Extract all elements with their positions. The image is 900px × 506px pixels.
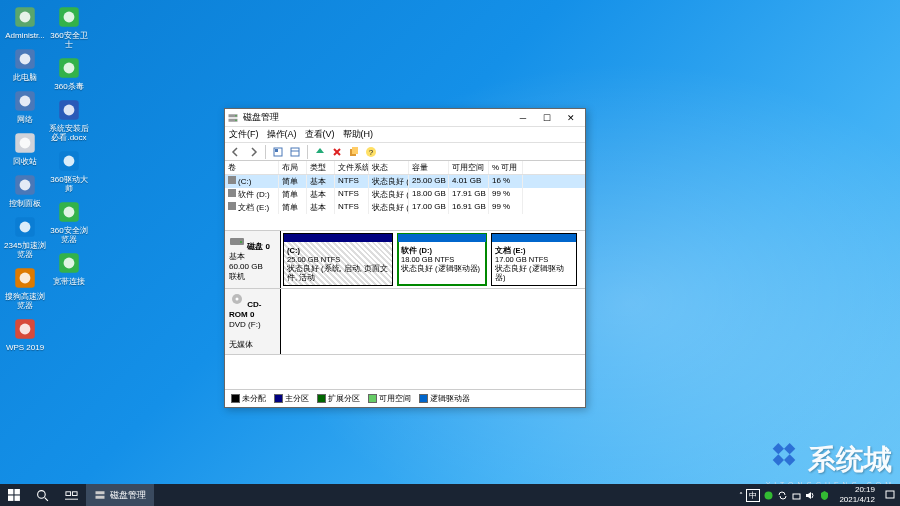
partition[interactable]: 软件 (D:)18.00 GB NTFS状态良好 (逻辑驱动器) [397, 233, 487, 286]
titlebar[interactable]: 磁盘管理 ─ ☐ ✕ [225, 109, 585, 127]
control-panel-icon [12, 172, 38, 198]
desktop-icon-this-pc[interactable]: 此电脑 [4, 44, 46, 84]
search-button[interactable] [28, 484, 57, 506]
desktop-icon-network[interactable]: 网络 [4, 86, 46, 126]
desktop-icon-360-browser[interactable]: 360安全浏览器 [48, 197, 90, 246]
taskbar-app-diskmgmt[interactable]: 磁盘管理 [86, 484, 154, 506]
svg-point-17 [64, 12, 75, 23]
column-header[interactable]: 文件系统 [335, 161, 369, 174]
cdrom-row[interactable]: CD-ROM 0 DVD (F:) 无媒体 [225, 289, 585, 355]
desktop-icon-administrator[interactable]: Administr... [4, 2, 46, 42]
volume-list-header[interactable]: 卷布局类型文件系统状态容量可用空间% 可用 [225, 161, 585, 175]
svg-rect-34 [291, 148, 299, 156]
volume-list[interactable]: 卷布局类型文件系统状态容量可用空间% 可用 (C:)简单基本NTFS状态良好 (… [225, 161, 585, 231]
desktop-icon-label: 宽带连接 [53, 277, 85, 286]
legend-item: 主分区 [274, 393, 309, 404]
disk-0-row[interactable]: 磁盘 0 基本 60.00 GB 联机 (C:)25.00 GB NTFS状态良… [225, 231, 585, 289]
notification-button[interactable] [884, 489, 896, 501]
desktop-icon-sogou-browser[interactable]: 搜狗高速浏览器 [4, 263, 46, 312]
partition[interactable]: (C:)25.00 GB NTFS状态良好 (系统, 启动, 页面文件, 活动 [283, 233, 393, 286]
desktop-icon-recycle-bin[interactable]: 回收站 [4, 128, 46, 168]
desktop-icon-2345-browser[interactable]: 2345加速浏览器 [4, 212, 46, 261]
column-header[interactable]: 类型 [307, 161, 335, 174]
menu-item[interactable]: 查看(V) [305, 128, 335, 141]
desktop-icon-control-panel[interactable]: 控制面板 [4, 170, 46, 210]
maximize-button[interactable]: ☐ [535, 110, 559, 126]
column-header[interactable]: 卷 [225, 161, 279, 174]
legend-item: 扩展分区 [317, 393, 360, 404]
tray-360-icon[interactable] [763, 490, 774, 501]
svg-point-3 [20, 54, 31, 65]
cell: 16 % [489, 175, 523, 188]
view-icon[interactable] [288, 145, 302, 159]
forward-button[interactable] [246, 145, 260, 159]
svg-text:?: ? [369, 148, 374, 157]
svg-point-15 [20, 324, 31, 335]
svg-rect-49 [8, 489, 13, 494]
close-button[interactable]: ✕ [559, 110, 583, 126]
svg-rect-51 [8, 495, 13, 500]
sogou-browser-icon [12, 265, 38, 291]
cell: 状态良好 (... [369, 201, 409, 214]
column-header[interactable]: 布局 [279, 161, 307, 174]
column-header[interactable]: 状态 [369, 161, 409, 174]
desktop-icon-doc-install[interactable]: 系统安装后必看.docx [48, 95, 90, 144]
desktop-icon-label: WPS 2019 [6, 343, 44, 352]
eject-icon[interactable] [313, 145, 327, 159]
watermark: 系统城 X I T O N G C H E N G . C O M [764, 440, 892, 480]
start-button[interactable] [0, 484, 28, 506]
cell: 简单 [279, 201, 307, 214]
volume-row[interactable]: 软件 (D:)简单基本NTFS状态良好 (...18.00 GB17.91 GB… [225, 188, 585, 201]
delete-icon[interactable] [330, 145, 344, 159]
disk-0-label[interactable]: 磁盘 0 基本 60.00 GB 联机 [225, 231, 281, 288]
disk-map[interactable]: 磁盘 0 基本 60.00 GB 联机 (C:)25.00 GB NTFS状态良… [225, 231, 585, 389]
svg-point-44 [236, 298, 239, 301]
svg-point-53 [38, 490, 46, 498]
menu-item[interactable]: 文件(F) [229, 128, 259, 141]
task-view-button[interactable] [57, 484, 86, 506]
desktop-icon-360-driver[interactable]: 360驱动大师 [48, 146, 90, 195]
column-header[interactable]: % 可用 [489, 161, 523, 174]
taskbar: 磁盘管理 ˄ 中 20:19 2021/4/12 [0, 484, 900, 506]
desktop-icon-label: 系统安装后必看.docx [48, 124, 90, 142]
cell: 99 % [489, 201, 523, 214]
disk-icon [229, 235, 245, 247]
help-icon[interactable]: ? [364, 145, 378, 159]
task-view-icon [65, 489, 78, 502]
360-browser-icon [56, 199, 82, 225]
desktop-icon-wps-2019[interactable]: WPS 2019 [4, 314, 46, 354]
menu-item[interactable]: 操作(A) [267, 128, 297, 141]
volume-icon[interactable] [805, 490, 816, 501]
desktop-icon-360-anti[interactable]: 360杀毒 [48, 53, 90, 93]
desktop-icon-label: 360安全浏览器 [48, 226, 90, 244]
ime-indicator[interactable]: 中 [746, 489, 760, 502]
cdrom-label[interactable]: CD-ROM 0 DVD (F:) 无媒体 [225, 289, 281, 354]
security-icon[interactable] [819, 490, 830, 501]
desktop-icon-broadband[interactable]: 宽带连接 [48, 248, 90, 288]
minimize-button[interactable]: ─ [511, 110, 535, 126]
cell: 17.00 GB [409, 201, 449, 214]
column-header[interactable]: 容量 [409, 161, 449, 174]
volume-row[interactable]: (C:)简单基本NTFS状态良好 (...25.00 GB4.01 GB16 % [225, 175, 585, 188]
cdrom-icon [229, 293, 245, 305]
properties-icon[interactable] [347, 145, 361, 159]
column-header[interactable]: 可用空间 [449, 161, 489, 174]
cell: 17.91 GB [449, 188, 489, 201]
tray-chevron-icon[interactable]: ˄ [739, 491, 743, 500]
volume-row[interactable]: 文档 (E:)简单基本NTFS状态良好 (...17.00 GB16.91 GB… [225, 201, 585, 214]
refresh-icon[interactable] [271, 145, 285, 159]
tray-sync-icon[interactable] [777, 490, 788, 501]
menu-item[interactable]: 帮助(H) [343, 128, 374, 141]
desktop-icon-360-guard[interactable]: 360安全卫士 [48, 2, 90, 51]
back-button[interactable] [229, 145, 243, 159]
network-icon[interactable] [791, 490, 802, 501]
svg-rect-33 [275, 149, 278, 152]
svg-point-27 [64, 258, 75, 269]
legend-item: 未分配 [231, 393, 266, 404]
cell: NTFS [335, 188, 369, 201]
clock[interactable]: 20:19 2021/4/12 [833, 485, 881, 505]
cell: 基本 [307, 201, 335, 214]
system-tray[interactable]: ˄ 中 20:19 2021/4/12 [735, 485, 900, 505]
taskbar-app-label: 磁盘管理 [110, 489, 146, 502]
partition[interactable]: 文档 (E:)17.00 GB NTFS状态良好 (逻辑驱动器) [491, 233, 577, 286]
